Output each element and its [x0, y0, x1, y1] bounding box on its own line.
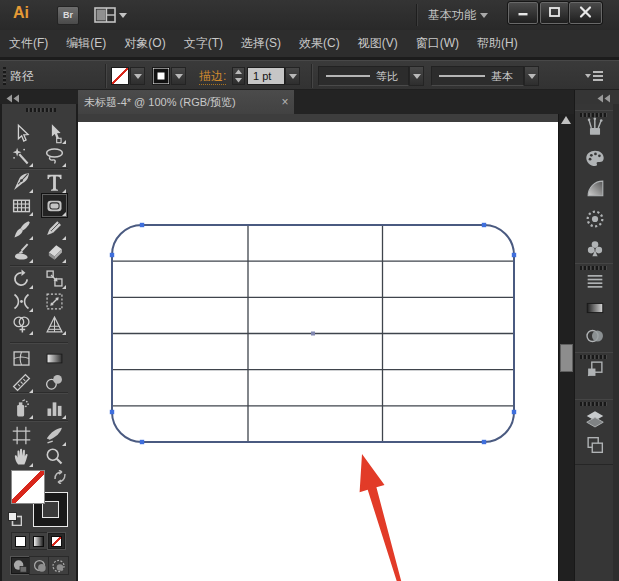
center-point[interactable] — [311, 332, 315, 336]
control-bar-grip[interactable] — [3, 67, 6, 85]
stroke-width-stepper[interactable] — [232, 67, 245, 85]
default-fill-stroke-icon[interactable] — [8, 512, 22, 526]
symbols-panel-button[interactable] — [583, 237, 607, 261]
menu-item-6[interactable]: 效果(C) — [290, 30, 349, 57]
control-panel-menu-icon[interactable] — [584, 69, 604, 83]
draw-behind-button[interactable] — [30, 557, 49, 574]
minimize-button[interactable] — [508, 2, 538, 24]
gradient-tool[interactable] — [42, 347, 67, 370]
dock-group-grip[interactable] — [580, 402, 608, 406]
close-button[interactable] — [569, 2, 602, 24]
anchor-point[interactable] — [482, 440, 486, 444]
brush-definition-select[interactable]: 基本 — [431, 66, 524, 86]
paintbrush-tool[interactable] — [9, 218, 34, 241]
menu-item-7[interactable]: 视图(V) — [349, 30, 407, 57]
brush-definition-dropdown[interactable] — [524, 66, 539, 86]
anchor-point[interactable] — [512, 410, 516, 414]
stroke-width-dropdown[interactable] — [285, 67, 300, 85]
color-guide-panel-button[interactable] — [583, 176, 607, 200]
blend-tool[interactable] — [42, 371, 67, 394]
direct-selection-tool[interactable] — [42, 122, 67, 145]
menu-item-9[interactable]: 帮助(H) — [468, 30, 527, 57]
anchor-point[interactable] — [482, 223, 486, 227]
column-graph-tool[interactable] — [42, 397, 67, 420]
stroke-color-swatch[interactable] — [152, 67, 170, 85]
menu-item-3[interactable]: 对象(O) — [115, 30, 174, 57]
color-panel-button[interactable] — [583, 146, 607, 170]
swap-fill-stroke-icon[interactable] — [52, 470, 68, 484]
artboards-panel-button[interactable] — [583, 433, 607, 457]
blob-brush-tool[interactable] — [9, 241, 34, 264]
symbol-sprayer-tool[interactable] — [9, 397, 34, 420]
mesh-tool[interactable] — [9, 347, 34, 370]
rectangular-grid-tool[interactable] — [9, 194, 34, 217]
workspace-switcher[interactable]: 基本功能 — [428, 0, 476, 30]
anchor-point[interactable] — [140, 223, 144, 227]
fill-swatch[interactable] — [11, 470, 45, 504]
measure-tool[interactable] — [9, 371, 34, 394]
pencil-tool[interactable] — [42, 218, 67, 241]
document-tab[interactable]: 未标题-4* @ 100% (RGB/预览) — [78, 90, 294, 114]
type-tool[interactable] — [42, 171, 67, 194]
eraser-tool[interactable] — [42, 241, 67, 264]
free-transform-tool[interactable] — [42, 290, 67, 313]
lasso-tool[interactable] — [42, 145, 67, 168]
anchor-point[interactable] — [512, 253, 516, 257]
draw-inside-icon — [49, 557, 68, 575]
collapse-right-dock-icon[interactable] — [597, 94, 613, 104]
anchor-point[interactable] — [110, 410, 114, 414]
brushes-panel-icon — [584, 116, 606, 138]
graphic-styles-panel-button[interactable] — [583, 357, 607, 381]
gradient-panel-button[interactable] — [583, 296, 607, 320]
maximize-button[interactable] — [540, 2, 569, 24]
selection-tool[interactable] — [9, 122, 34, 145]
fill-color-dropdown[interactable] — [130, 67, 145, 85]
width-tool[interactable] — [9, 290, 34, 313]
stroke-panel-button[interactable] — [583, 269, 607, 293]
color-swatch — [15, 536, 26, 547]
bridge-button[interactable]: Br — [57, 6, 79, 25]
width-profile-select[interactable]: 等比 — [318, 66, 409, 86]
tool-panel-grip[interactable] — [26, 108, 56, 112]
rotate-tool[interactable] — [9, 267, 34, 290]
draw-normal-button[interactable] — [11, 557, 30, 574]
scrollbar-thumb[interactable] — [560, 344, 573, 372]
menu-item-2[interactable]: 编辑(E) — [57, 30, 115, 57]
tab-close-icon[interactable]: × — [276, 90, 294, 114]
layers-panel-button[interactable] — [583, 407, 607, 431]
perspective-grid-tool[interactable] — [42, 313, 67, 336]
rounded-rectangle-tool[interactable] — [42, 194, 67, 217]
gradient-button[interactable] — [30, 533, 47, 549]
slice-tool[interactable] — [42, 424, 67, 447]
shape-builder-tool[interactable] — [9, 313, 34, 336]
menu-item-1[interactable]: 文件(F) — [0, 30, 57, 57]
anchor-point[interactable] — [140, 440, 144, 444]
transparency-panel-button[interactable] — [583, 324, 607, 348]
stroke-width-input[interactable]: 1 pt — [247, 67, 285, 85]
pen-tool[interactable] — [9, 171, 34, 194]
stroke-panel-icon — [584, 270, 606, 292]
menu-item-5[interactable]: 选择(S) — [232, 30, 290, 57]
appearance-panel-button[interactable] — [583, 207, 607, 231]
anchor-point[interactable] — [110, 253, 114, 257]
menu-item-4[interactable]: 文字(T) — [175, 30, 232, 57]
magic-wand-tool[interactable] — [9, 145, 34, 168]
brushes-panel-button[interactable] — [583, 115, 607, 139]
artboard-canvas[interactable] — [78, 122, 558, 581]
stroke-color-dropdown[interactable] — [171, 67, 186, 85]
scale-tool[interactable] — [42, 267, 67, 290]
zoom-tool[interactable] — [42, 445, 67, 468]
artboard-tool[interactable] — [9, 424, 34, 447]
width-profile-dropdown[interactable] — [409, 66, 424, 86]
color-button[interactable] — [12, 533, 29, 549]
flyout-indicator — [62, 163, 66, 167]
hand-tool[interactable] — [9, 445, 34, 468]
draw-inside-button[interactable] — [49, 557, 68, 574]
arrange-documents-icon[interactable] — [94, 6, 128, 24]
double-arrow-glyph — [6, 94, 20, 103]
scroll-up-arrow[interactable] — [561, 116, 571, 124]
collapse-left-dock-icon[interactable] — [6, 94, 22, 104]
none-button[interactable] — [48, 533, 65, 549]
menu-item-8[interactable]: 窗口(W) — [407, 30, 468, 57]
stroke-panel-link[interactable]: 描边: — [199, 61, 226, 91]
